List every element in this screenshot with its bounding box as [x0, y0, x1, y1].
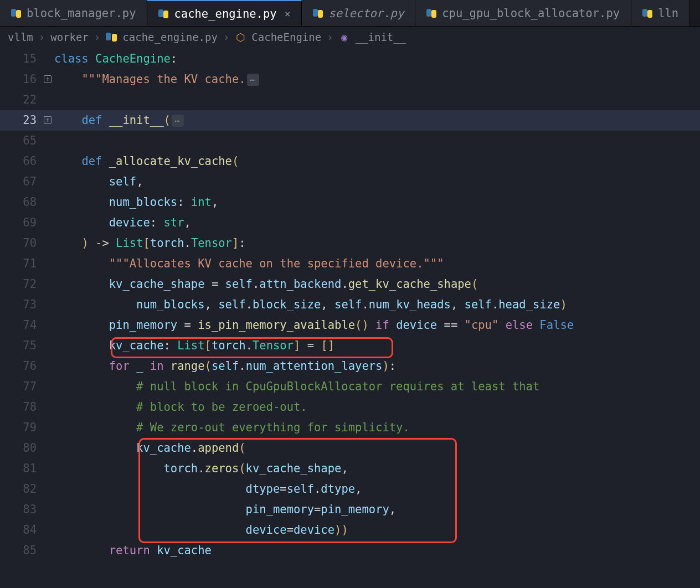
chevron-right-icon: ›: [327, 31, 333, 43]
paren: (: [239, 441, 245, 455]
punct: ,: [184, 216, 191, 229]
code-line: 76 for _ in range(self.num_attention_lay…: [0, 356, 700, 376]
crumb-method[interactable]: __init__: [356, 31, 406, 43]
keyword: def: [81, 114, 102, 127]
line-number: 78: [0, 397, 41, 417]
paren: )): [334, 523, 348, 537]
chevron-right-icon: ›: [223, 31, 229, 43]
attr: num_kv_heads: [369, 298, 451, 311]
line-number: 77: [0, 376, 41, 397]
attr: dtype: [321, 482, 355, 496]
comment: # block to be zeroed-out.: [136, 400, 307, 414]
module: torch: [212, 339, 246, 352]
tab-label: cpu_gpu_block_allocator.py: [442, 7, 620, 20]
code-line: 78 # block to be zeroed-out.: [0, 397, 700, 417]
code-line: 75 kv_cache: List[torch.Tensor] = []: [0, 336, 700, 356]
arg: num_blocks: [136, 298, 204, 311]
paren: ): [81, 236, 88, 250]
line-number: 65: [0, 131, 41, 151]
keyword: for: [109, 359, 130, 373]
line-number: 68: [0, 192, 41, 213]
code-line: 66 def _allocate_kv_cache(: [0, 151, 700, 172]
kwarg: pin_memory: [246, 503, 314, 516]
operator: ==: [437, 318, 464, 332]
fold-expand-icon[interactable]: +: [44, 116, 52, 124]
module: torch: [163, 462, 198, 475]
folded-indicator[interactable]: ⋯: [172, 115, 184, 127]
type: int: [191, 195, 212, 209]
code-line: 74 pin_memory = is_pin_memory_available(…: [0, 315, 700, 336]
code-editor[interactable]: 15 class CacheEngine: 16 + """Manages th…: [0, 49, 700, 561]
self: self: [212, 359, 239, 373]
python-icon: [11, 8, 21, 18]
line-number: 66: [0, 151, 41, 172]
code-line: 68 num_blocks: int,: [0, 192, 700, 213]
self: self: [218, 298, 245, 311]
code-line: 65: [0, 131, 700, 151]
self: self: [465, 298, 492, 311]
line-number: 71: [0, 254, 41, 274]
line-number: 74: [0, 315, 41, 336]
keyword: class: [54, 52, 89, 65]
method-icon: ◉: [339, 31, 350, 43]
punct: :: [239, 236, 245, 250]
self: self: [334, 298, 362, 311]
tab-label: selector.py: [328, 7, 404, 20]
tab-cache-engine[interactable]: cache_engine.py ×: [147, 0, 302, 26]
paren: (: [232, 154, 239, 168]
method-call: get_kv_cache_shape: [348, 277, 471, 291]
python-icon: [106, 32, 117, 42]
param-self: self: [109, 175, 136, 188]
attr: attn_backend: [259, 277, 341, 291]
line-number: 85: [0, 540, 41, 561]
type: Tensor: [253, 339, 294, 352]
code-line: 67 self,: [0, 172, 700, 192]
code-line: 15 class CacheEngine:: [0, 49, 700, 69]
line-number: 67: [0, 172, 41, 192]
folded-indicator[interactable]: ⋯: [247, 74, 259, 86]
python-icon: [426, 8, 436, 18]
code-line: 83 pin_memory=pin_memory,: [0, 499, 700, 520]
crumb-file[interactable]: cache_engine.py: [122, 31, 218, 43]
kwarg: device: [246, 523, 287, 537]
dot: .: [184, 236, 191, 250]
crumb-folder[interactable]: vllm: [8, 31, 33, 43]
type: List: [116, 236, 143, 250]
crumb-folder[interactable]: worker: [50, 31, 89, 43]
param: num_blocks: [109, 195, 177, 209]
comment: # We zero-out everything for simplicity.: [136, 421, 410, 434]
variable: kv_cache: [109, 339, 164, 352]
code-line: 79 # We zero-out everything for simplici…: [0, 417, 700, 438]
module: torch: [150, 236, 184, 250]
keyword: in: [150, 359, 164, 373]
tab-block-manager[interactable]: block_manager.py: [0, 0, 147, 26]
docstring: """Manages the KV cache.: [81, 73, 245, 86]
tab-cpu-gpu-allocator[interactable]: cpu_gpu_block_allocator.py: [415, 0, 631, 26]
fold-expand-icon[interactable]: +: [44, 75, 52, 83]
code-line: 80 kv_cache.append(: [0, 438, 700, 458]
line-number: 84: [0, 520, 41, 540]
tab-selector[interactable]: selector.py: [302, 0, 415, 26]
tab-overflow[interactable]: lln: [631, 0, 690, 26]
bracket: [: [143, 236, 150, 250]
code-line: 70 ) -> List[torch.Tensor]:: [0, 233, 700, 254]
function-name: __init__: [109, 114, 164, 127]
code-line: 22: [0, 90, 700, 110]
chevron-right-icon: ›: [39, 31, 45, 43]
constant: False: [539, 318, 574, 332]
close-icon[interactable]: ×: [285, 8, 291, 19]
function-call: zeros: [205, 462, 239, 475]
code-line: 84 device=device)): [0, 520, 700, 540]
crumb-class[interactable]: CacheEngine: [251, 31, 321, 43]
line-number: 15: [0, 49, 41, 69]
punct: :: [171, 52, 177, 65]
kwarg: dtype: [246, 482, 280, 496]
line-number: 23: [0, 110, 41, 131]
python-icon: [158, 9, 168, 19]
chevron-right-icon: ›: [94, 31, 100, 43]
line-number: 82: [0, 479, 41, 499]
attr: num_attention_layers: [246, 359, 383, 373]
operator: =: [300, 339, 321, 352]
tab-label: lln: [658, 7, 678, 20]
punct: ,: [136, 175, 143, 188]
